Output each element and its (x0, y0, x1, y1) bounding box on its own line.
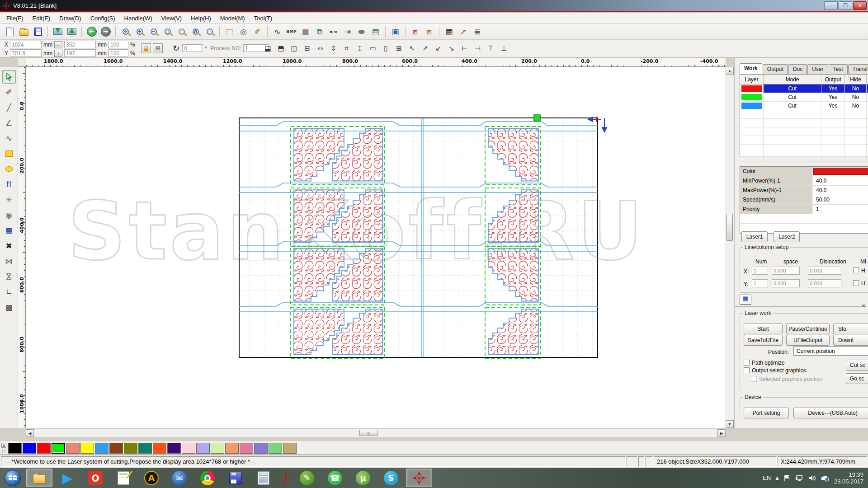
drawing-canvas[interactable] (26, 67, 726, 428)
menu-tool[interactable]: Tool(T) (250, 14, 277, 23)
palette-color-8[interactable] (124, 443, 137, 454)
x-space-field[interactable] (772, 267, 800, 275)
port-setting-button[interactable]: Port setting (744, 408, 789, 418)
tab-output[interactable]: Output (763, 64, 788, 74)
width-field[interactable] (64, 41, 96, 48)
palette-color-1[interactable] (23, 443, 36, 454)
dimension-tool-icon[interactable]: ⊷ (327, 25, 340, 38)
output-select-checkbox[interactable] (744, 367, 750, 373)
rect-tool[interactable] (2, 147, 16, 160)
space-across-icon[interactable]: ⇔ (314, 42, 327, 54)
palette-color-12[interactable] (182, 443, 195, 454)
device-output-icon[interactable]: ▦ (443, 25, 455, 38)
pen-edit-icon[interactable]: ✐ (251, 25, 264, 38)
palette-color-13[interactable] (196, 443, 210, 454)
palette-close-icon[interactable]: x (1, 443, 6, 448)
vertical-scrollbar[interactable]: ▲ ▼ (726, 67, 734, 428)
dock-close-icon[interactable]: ✕ (862, 303, 865, 308)
edge-left-icon[interactable]: ⊢ (458, 42, 471, 54)
link-height-button[interactable]: ↕ (54, 50, 62, 57)
y-position-field[interactable] (10, 49, 42, 57)
node-select-icon[interactable]: ◎ (237, 25, 250, 38)
palette-color-17[interactable] (254, 443, 268, 454)
align-top-icon[interactable]: ⬒ (274, 42, 288, 54)
align-middle-h-icon[interactable]: ⊟ (301, 42, 314, 54)
polyline-tool[interactable]: ∠ (2, 116, 16, 130)
height-field[interactable] (64, 49, 96, 57)
preview-monitor-icon[interactable]: ▣ (389, 25, 401, 38)
scale-y-field[interactable] (108, 49, 128, 57)
stop-button[interactable]: Sto (833, 324, 868, 334)
start-button[interactable] (1, 469, 24, 487)
doc-list-icon[interactable]: ≣ (471, 25, 483, 38)
x-dislocation-field[interactable] (808, 267, 841, 275)
property-row[interactable]: MinPower(%)-140.0 (740, 176, 868, 186)
property-row[interactable]: MaxPower(%)-140.0 (740, 186, 868, 195)
ufile-output-button[interactable]: UFileOutput (786, 335, 830, 346)
same-height-icon[interactable]: ▯ (379, 42, 392, 54)
action-center-flag-icon[interactable] (783, 474, 791, 482)
coreldraw[interactable]: ✎ (294, 469, 320, 487)
palette-color-2[interactable] (37, 443, 51, 454)
y-dislocation-field[interactable] (808, 279, 841, 287)
select-tool[interactable] (2, 70, 16, 84)
ellipse-tool[interactable] (2, 162, 16, 176)
menu-config[interactable]: Config(S) (86, 14, 120, 23)
minimize-button[interactable]: – (824, 1, 838, 10)
calculator[interactable] (250, 469, 277, 487)
hscroll-thumb[interactable]: ||| (359, 430, 377, 436)
media-player[interactable]: ▶ (54, 469, 80, 487)
utorrent[interactable]: µ (350, 469, 376, 487)
thunderbird[interactable]: ✉ (166, 469, 193, 487)
dock-mini-tab[interactable]: ▦ (740, 295, 751, 305)
menu-edit[interactable]: Edit(E) (28, 14, 55, 23)
curve-tool-icon[interactable]: ∿ (271, 25, 283, 38)
contour-tool-icon[interactable]: ⬬ (355, 25, 368, 38)
frame-select-icon[interactable]: ⬚ (223, 25, 236, 38)
palette-color-3[interactable] (52, 443, 65, 454)
line-right-icon[interactable]: ↘ (445, 42, 458, 54)
whatsapp[interactable]: ☎ (322, 469, 348, 487)
checklist-icon[interactable]: ▤ (369, 25, 382, 38)
lock-ratio-button[interactable]: 🔒 (141, 43, 151, 53)
rotate-icon[interactable]: ↻ (173, 43, 179, 53)
aimp[interactable]: A (138, 469, 165, 487)
align-bottom-icon[interactable]: ⬓ (261, 42, 274, 54)
gom-player[interactable] (82, 469, 108, 487)
palette-color-16[interactable] (240, 443, 253, 454)
tab-work[interactable]: Work (740, 63, 762, 74)
zoom-in-icon[interactable]: + (133, 25, 146, 38)
corner-top-left-icon[interactable]: ↖ (406, 42, 419, 54)
new-file-icon[interactable] (4, 25, 16, 38)
flame-app[interactable]: ʃ (278, 469, 292, 487)
line-tool[interactable]: ╱ (2, 101, 16, 114)
property-row[interactable]: Speed(mm/s)50.00 (740, 195, 868, 205)
menu-handle[interactable]: Handle(W) (120, 14, 157, 23)
menu-view[interactable]: View(V) (157, 14, 186, 23)
edge-right-icon[interactable]: ⊣ (471, 42, 484, 54)
language-indicator[interactable]: EN (763, 474, 771, 481)
link-width-button[interactable]: ↔ (54, 41, 62, 48)
scroll-left-button[interactable]: ◀ (26, 429, 34, 437)
download-button[interactable]: Downl (833, 335, 868, 346)
chrome[interactable] (194, 469, 221, 487)
palette-color-11[interactable] (167, 443, 181, 454)
start-button[interactable]: Start (744, 324, 783, 334)
property-row[interactable]: Priority1 (740, 205, 868, 214)
mirror-y-checkbox[interactable] (853, 280, 859, 286)
corner-top-right-icon[interactable]: ↗ (419, 42, 432, 54)
palette-color-4[interactable] (66, 443, 80, 454)
palette-drag-handle[interactable] (2, 449, 5, 453)
grid-array-tool[interactable]: ▦ (2, 224, 16, 237)
palette-color-14[interactable] (211, 443, 224, 454)
space-down-icon[interactable]: ⇕ (327, 42, 340, 54)
tab-test[interactable]: Test (829, 64, 848, 74)
save-tool[interactable] (222, 469, 249, 487)
point-tool[interactable]: ✳ (2, 193, 16, 206)
same-h-space-icon[interactable]: ⌗ (340, 42, 353, 54)
property-row[interactable]: Color (740, 167, 868, 176)
scroll-down-button[interactable]: ▼ (726, 420, 734, 428)
bmp-tool-icon[interactable]: BMP (285, 25, 297, 38)
zoom-out-icon[interactable]: − (147, 25, 160, 38)
zoom-all-icon[interactable] (175, 25, 188, 38)
